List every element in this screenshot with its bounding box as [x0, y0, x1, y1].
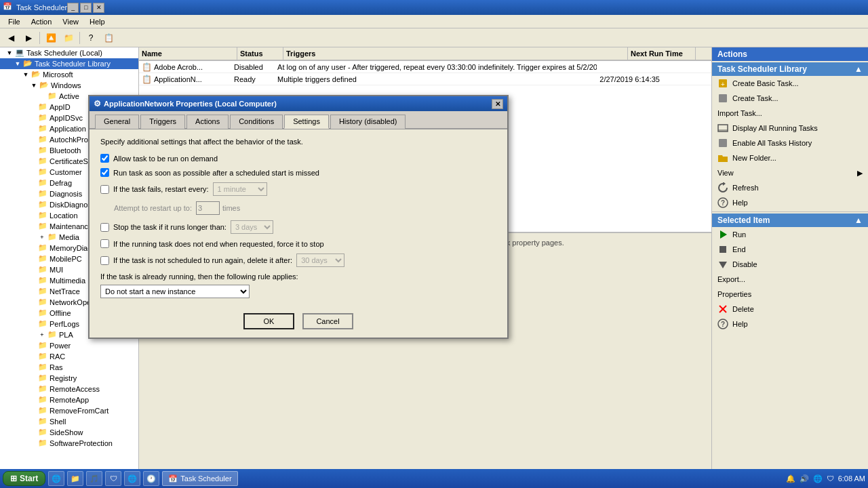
action-run[interactable]: Run	[712, 227, 868, 242]
taskbar-media-icon[interactable]: 🎵	[86, 471, 102, 486]
menu-file[interactable]: File	[3, 16, 26, 27]
modal-close-button[interactable]: ✕	[492, 99, 503, 109]
taskbar-task-item[interactable]: 📅 Task Scheduler	[162, 471, 237, 486]
chk-force-stop[interactable]	[100, 239, 109, 248]
folder-icon-multi: 📁	[38, 276, 47, 285]
chk-allow-run-demand[interactable]	[100, 154, 109, 163]
maximize-button[interactable]: □	[80, 3, 92, 13]
restart-attempts-input[interactable]	[196, 201, 220, 215]
action-properties[interactable]: Properties	[712, 287, 868, 302]
tab-general[interactable]: General	[95, 115, 139, 129]
folder-icon-shell: 📁	[38, 417, 47, 426]
start-button[interactable]: ⊞ Start	[3, 471, 45, 486]
tree-item-root[interactable]: ▼ 💻 Task Scheduler (Local)	[0, 47, 138, 58]
col-nextrun[interactable]: Next Run Time	[628, 47, 696, 60]
action-view[interactable]: View ▶	[712, 165, 868, 180]
action-delete[interactable]: Delete	[712, 302, 868, 317]
tree-item-ras[interactable]: 📁 Ras	[0, 362, 138, 373]
tree-maint-label: Maintenance	[50, 222, 92, 230]
tree-item-rac[interactable]: 📁 RAC	[0, 351, 138, 362]
chk-delete-unscheduled[interactable]	[100, 256, 109, 265]
action-help-library[interactable]: ? Help	[712, 195, 868, 210]
col-name[interactable]: Name	[139, 47, 237, 60]
expand-icon-pla: +	[38, 331, 46, 339]
tree-item-windows[interactable]: ▼ 📂 Windows	[0, 80, 138, 91]
stop-duration-dropdown[interactable]: 3 days 1 hour 2 hours	[231, 220, 273, 234]
toolbar-folder[interactable]: 📁	[60, 30, 77, 45]
folder-icon-application: 📁	[38, 124, 47, 134]
toolbar-properties[interactable]: 📋	[100, 30, 117, 45]
tab-history[interactable]: History (disabled)	[330, 115, 406, 129]
minimize-button[interactable]: _	[67, 3, 79, 13]
running-rule-dropdown[interactable]: Do not start a new instance Run a new in…	[100, 285, 250, 298]
tree-item-shell[interactable]: 📁 Shell	[0, 416, 138, 427]
col-status[interactable]: Status	[237, 47, 283, 60]
tree-item-software[interactable]: 📁 SoftwareProtection	[0, 438, 138, 449]
table-row[interactable]: 📋 Adobe Acrob... Disabled At log on of a…	[139, 61, 711, 73]
tree-item-microsoft[interactable]: ▼ 📂 Microsoft	[0, 69, 138, 80]
taskbar-clock-icon[interactable]: 🕐	[143, 471, 159, 486]
tree-item-power[interactable]: 📁 Power	[0, 340, 138, 351]
svg-text:+: +	[721, 81, 725, 88]
task-scheduler-library-section[interactable]: Task Scheduler Library ▲	[712, 62, 868, 76]
tree-item-library[interactable]: ▼ 📂 Task Scheduler Library	[0, 58, 138, 69]
action-disable[interactable]: Disable	[712, 257, 868, 272]
collapse-selected-icon[interactable]: ▲	[854, 216, 863, 225]
tab-settings[interactable]: Settings	[284, 115, 329, 129]
tree-item-remoteapp[interactable]: 📁 RemoteApp	[0, 394, 138, 405]
chk-restart-fails[interactable]	[100, 185, 109, 194]
cancel-button[interactable]: Cancel	[302, 313, 353, 329]
taskbar-ie-icon[interactable]: 🌐	[48, 471, 64, 486]
toolbar-up[interactable]: 🔼	[43, 30, 59, 45]
toolbar-forward[interactable]: ▶	[20, 30, 37, 45]
menu-help[interactable]: Help	[84, 16, 111, 27]
taskbar-chrome-icon[interactable]: 🌐	[124, 471, 140, 486]
folder-icon-defrag: 📁	[38, 178, 47, 188]
tab-triggers[interactable]: Triggers	[140, 115, 185, 129]
delete-after-dropdown[interactable]: 30 days 90 days 180 days	[296, 253, 344, 267]
tree-item-remoteaccess[interactable]: 📁 RemoteAccess	[0, 384, 138, 394]
menu-action[interactable]: Action	[26, 16, 58, 27]
help-icon-selected: ?	[717, 319, 728, 329]
tree-item-sideshow[interactable]: 📁 SideShow	[0, 427, 138, 438]
action-enable-history[interactable]: Enable All Tasks History	[712, 136, 868, 150]
taskbar-folder-icon[interactable]: 📁	[67, 471, 83, 486]
action-new-folder[interactable]: New Folder...	[712, 150, 868, 165]
action-display-running[interactable]: Display All Running Tasks	[712, 121, 868, 136]
tray-antivirus-icon[interactable]: 🛡	[827, 474, 834, 483]
action-export[interactable]: Export...	[712, 272, 868, 287]
action-create-basic[interactable]: + Create Basic Task...	[712, 76, 868, 91]
folder-icon-pla: 📁	[47, 330, 57, 340]
tree-item-remove[interactable]: 📁 RemoveFromCart	[0, 405, 138, 416]
table-row[interactable]: 📋 ApplicationN... Ready Multiple trigger…	[139, 73, 711, 85]
action-help-selected[interactable]: ? Help	[712, 317, 868, 331]
toolbar-help[interactable]: ?	[83, 30, 99, 45]
selected-item-section[interactable]: Selected Item ▲	[712, 214, 868, 227]
toolbar-back[interactable]: ◀	[3, 30, 19, 45]
tree-item-registry[interactable]: 📁 Registry	[0, 373, 138, 384]
action-end[interactable]: End	[712, 242, 868, 257]
tab-conditions[interactable]: Conditions	[230, 115, 283, 129]
tree-offline-label: Offline	[50, 309, 71, 317]
taskbar-security-icon[interactable]: 🛡	[105, 471, 121, 486]
start-label: Start	[20, 474, 38, 483]
actions-panel: Actions Task Scheduler Library ▲ + Creat…	[712, 47, 868, 469]
tray-notification-icon[interactable]: 🔔	[786, 474, 795, 483]
restart-interval-dropdown[interactable]: 1 minute 5 minutes 15 minutes 30 minutes	[213, 182, 267, 196]
action-refresh[interactable]: Refresh	[712, 180, 868, 195]
col-triggers[interactable]: Triggers	[283, 47, 628, 60]
chk-stop-long[interactable]	[100, 223, 109, 232]
tray-time[interactable]: 6:08 AM	[838, 474, 865, 483]
close-button[interactable]: ✕	[93, 3, 104, 13]
chk-run-missed[interactable]	[100, 168, 109, 177]
collapse-icon[interactable]: ▲	[854, 64, 863, 74]
svg-text:?: ?	[721, 199, 725, 207]
tray-network-icon[interactable]: 🌐	[813, 474, 823, 483]
tray-sound-icon[interactable]: 🔊	[800, 474, 809, 483]
ok-button[interactable]: OK	[243, 313, 294, 329]
folder-icon-rem: 📁	[38, 406, 47, 415]
action-import-task[interactable]: Import Task...	[712, 106, 868, 121]
tab-actions[interactable]: Actions	[186, 115, 229, 129]
action-create-task[interactable]: Create Task...	[712, 91, 868, 106]
menu-view[interactable]: View	[57, 16, 84, 27]
